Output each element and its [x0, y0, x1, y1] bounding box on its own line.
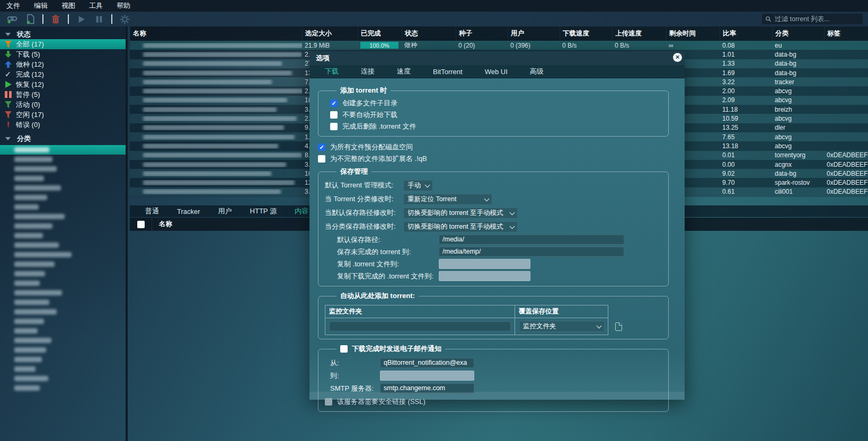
category-item[interactable]	[0, 259, 126, 269]
category-item[interactable]	[0, 364, 126, 374]
checkbox[interactable]	[318, 143, 325, 151]
pause-button[interactable]	[92, 13, 106, 25]
dropdown-select[interactable]: 手动	[403, 180, 433, 191]
status-filter-item[interactable]: 做种 (12)	[0, 59, 126, 69]
path-input[interactable]: /media/	[439, 235, 624, 245]
dialog-title-bar[interactable]: 选项	[309, 51, 685, 65]
column-header[interactable]: 种子	[456, 26, 508, 41]
override-save-select[interactable]: 监控文件夹	[519, 321, 605, 332]
dialog-tab[interactable]: Web UI	[474, 68, 519, 76]
category-item[interactable]	[0, 355, 126, 364]
category-item[interactable]	[0, 250, 126, 259]
search-input[interactable]	[775, 15, 860, 23]
category-item[interactable]	[0, 278, 126, 288]
add-torrent-link-button[interactable]	[5, 13, 19, 25]
settings-button[interactable]	[118, 13, 131, 25]
delete-button[interactable]	[49, 13, 63, 25]
path-input[interactable]	[439, 259, 530, 269]
category-item[interactable]	[0, 345, 126, 355]
column-header[interactable]: 已完成	[358, 26, 402, 41]
watch-folder-input[interactable]	[329, 321, 511, 331]
column-header[interactable]: 分类	[772, 26, 824, 41]
dialog-tab[interactable]: BitTorrent	[422, 68, 474, 76]
category-item[interactable]	[0, 155, 126, 164]
column-header[interactable]: 标签	[824, 26, 868, 41]
category-item[interactable]	[0, 164, 126, 174]
status-filter-item[interactable]: 空闲 (17)	[0, 110, 126, 120]
email-field-input[interactable]	[380, 371, 474, 381]
category-item[interactable]	[0, 212, 126, 221]
select-all-checkbox[interactable]	[137, 221, 145, 228]
column-header[interactable]: 比率	[720, 26, 772, 41]
content-name-header[interactable]: 名称	[152, 220, 172, 229]
menu-item[interactable]: 帮助	[117, 1, 130, 11]
status-icon	[5, 51, 12, 58]
category-item[interactable]	[0, 145, 126, 155]
checkbox-row: 不要自动开始下载	[325, 109, 662, 121]
column-header[interactable]: 选定大小	[302, 26, 358, 41]
path-input[interactable]: /media/temp/	[439, 247, 624, 257]
category-item[interactable]	[0, 240, 126, 250]
dialog-close-button[interactable]: ×	[673, 53, 682, 62]
category-item[interactable]	[0, 269, 126, 278]
checkbox[interactable]	[318, 155, 325, 163]
bottom-tab[interactable]: 普通	[136, 206, 168, 216]
category-item[interactable]	[0, 288, 126, 298]
status-filter-item[interactable]: 恢复 (12)	[0, 79, 126, 89]
menu-item[interactable]: 编辑	[34, 1, 48, 11]
category-item[interactable]	[0, 221, 126, 231]
cell-name	[130, 79, 302, 85]
checkbox[interactable]	[330, 100, 338, 107]
column-header[interactable]: 上传速度	[612, 26, 666, 41]
status-filter-item[interactable]: 完成 (12)	[0, 69, 126, 79]
bottom-tab[interactable]: HTTP 源	[241, 206, 286, 216]
categories-section-header[interactable]: 分类	[0, 133, 126, 143]
category-item[interactable]	[0, 336, 126, 345]
column-header[interactable]: 剩余时间	[666, 26, 720, 41]
dialog-tab[interactable]: 下载	[314, 67, 350, 76]
checkbox[interactable]	[330, 123, 338, 130]
category-item[interactable]	[0, 231, 126, 240]
status-filter-item[interactable]: 下载 (5)	[0, 49, 126, 59]
category-item[interactable]	[0, 374, 126, 383]
table-row[interactable]: 21.9 MiB 100.0% 做种 0 (20) 0 (396) 0 B/s …	[130, 41, 868, 50]
email-field-input[interactable]: qBittorrent_notification@exa	[380, 358, 474, 368]
column-header[interactable]: 用户	[508, 26, 560, 41]
resume-button[interactable]	[74, 13, 88, 25]
name-blurred-text	[143, 134, 295, 140]
category-item[interactable]	[0, 202, 126, 212]
checkbox[interactable]	[330, 111, 338, 119]
category-item[interactable]	[0, 307, 126, 317]
bottom-tab[interactable]: 用户	[209, 206, 241, 216]
column-header[interactable]: 状态	[402, 26, 456, 41]
bottom-tab[interactable]: Tracker	[168, 208, 209, 215]
dialog-tab[interactable]: 速度	[386, 67, 422, 76]
add-torrent-file-button[interactable]	[23, 13, 37, 25]
category-item[interactable]	[0, 317, 126, 326]
status-filter-item[interactable]: 错误 (0)	[0, 120, 126, 130]
dialog-tab[interactable]: 连接	[350, 67, 386, 76]
category-item[interactable]	[0, 383, 126, 393]
dropdown-select[interactable]: 切换受影响的 torrent 至手动模式	[403, 221, 518, 232]
category-item[interactable]	[0, 193, 126, 202]
category-item[interactable]	[0, 183, 126, 193]
dropdown-select[interactable]: 重新定位 Torrent	[403, 194, 492, 205]
path-input[interactable]	[439, 271, 530, 281]
dialog-tab[interactable]: 高级	[519, 67, 555, 76]
category-item[interactable]	[0, 326, 126, 336]
status-filter-item[interactable]: 全部 (17)	[0, 39, 126, 49]
column-header[interactable]: 下载速度	[560, 26, 612, 41]
menu-item[interactable]: 文件	[6, 1, 20, 11]
dropdown-select[interactable]: 切换受影响的 torrent 至手动模式	[403, 208, 518, 219]
browse-folder-icon[interactable]	[615, 322, 622, 331]
status-filter-item[interactable]: 暂停 (5)	[0, 89, 126, 100]
category-item[interactable]	[0, 174, 126, 183]
category-item[interactable]	[0, 298, 126, 307]
column-header[interactable]: 名称	[130, 26, 302, 41]
email-enable-checkbox[interactable]	[340, 345, 348, 353]
status-filter-item[interactable]: 活动 (0)	[0, 100, 126, 110]
menu-item[interactable]: 视图	[61, 1, 75, 11]
status-section-header[interactable]: 状态	[0, 29, 126, 39]
menu-item[interactable]: 工具	[89, 1, 103, 11]
torrent-filter-search	[762, 14, 863, 24]
